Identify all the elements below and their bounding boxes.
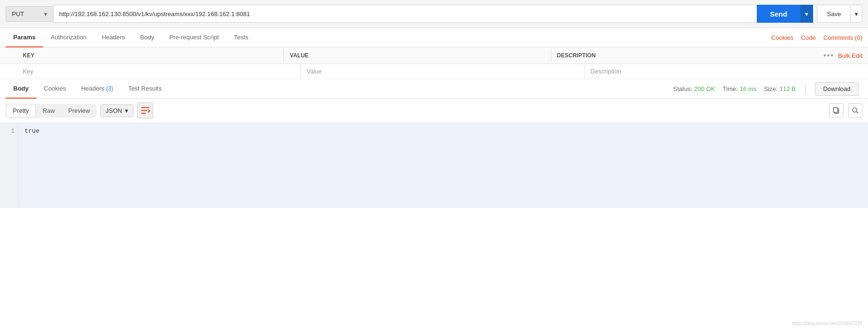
row-key-placeholder[interactable]: Key: [17, 64, 301, 79]
save-dropdown-button[interactable]: ▾: [850, 5, 862, 23]
url-input[interactable]: [53, 5, 757, 23]
row-desc-placeholder[interactable]: Description: [585, 64, 868, 79]
send-dropdown-button[interactable]: ▾: [800, 5, 813, 23]
row-checkbox: [0, 68, 17, 75]
value-col-header: VALUE: [284, 48, 551, 63]
method-chevron-icon: ▾: [44, 10, 47, 18]
time-value: 16 ms: [740, 85, 756, 92]
response-status-area: Status: 200 OK Time: 16 ms Size: 112 B D…: [673, 82, 862, 96]
tab-prerequest[interactable]: Pre-request Script: [162, 28, 227, 47]
size-label: Size:: [764, 85, 778, 92]
status-value: 200 OK: [694, 85, 715, 92]
svg-rect-4: [833, 108, 838, 112]
svg-rect-2: [141, 113, 146, 114]
code-link[interactable]: Code: [801, 34, 816, 41]
save-button[interactable]: Save: [817, 5, 850, 23]
params-empty-row: Key Value Description: [0, 64, 868, 79]
language-chevron-icon: ▾: [125, 107, 128, 114]
language-label: JSON: [106, 107, 122, 114]
tab-response-headers[interactable]: Headers (3): [73, 79, 120, 99]
tab-response-body[interactable]: Body: [6, 79, 36, 99]
language-dropdown[interactable]: JSON ▾: [100, 104, 133, 117]
size-value: 112 B: [779, 85, 796, 92]
save-btn-group: Save ▾: [817, 5, 862, 23]
key-col-header: KEY: [17, 48, 284, 63]
tab-params[interactable]: Params: [6, 28, 43, 47]
tab-authorization[interactable]: Authorization: [43, 28, 94, 47]
cookies-link[interactable]: Cookies: [771, 34, 794, 41]
body-icons-right: [829, 103, 862, 118]
body-format-bar: Pretty Raw Preview JSON ▾: [0, 99, 868, 123]
tab-response-cookies[interactable]: Cookies: [36, 79, 74, 99]
send-button[interactable]: Send: [757, 5, 801, 23]
save-arrow-icon: ▾: [855, 10, 858, 18]
line-number-1: 1: [4, 128, 15, 135]
tab-response-testresults[interactable]: Test Results: [121, 79, 169, 99]
send-arrow-icon: ▾: [805, 10, 808, 18]
response-tabs: Body Cookies Headers (3) Test Results St…: [0, 79, 868, 99]
wrap-icon: [141, 106, 150, 115]
svg-rect-1: [141, 110, 147, 111]
check-col-header: [0, 52, 17, 59]
time-label: Time:: [723, 85, 738, 92]
code-content[interactable]: true: [19, 123, 868, 208]
line-numbers: 1: [0, 123, 19, 208]
row-value-placeholder[interactable]: Value: [301, 64, 585, 79]
comments-link[interactable]: Comments (0): [824, 34, 862, 41]
format-group: Pretty Raw Preview: [6, 104, 97, 118]
url-bar: PUT ▾ Send ▾ Save ▾: [0, 0, 868, 28]
status-label: Status:: [673, 85, 692, 92]
preview-button[interactable]: Preview: [62, 104, 97, 117]
desc-col-header: DESCRIPTION: [551, 48, 818, 63]
table-actions: ••• Bulk Edit: [818, 47, 868, 64]
search-button[interactable]: [848, 103, 862, 118]
copy-icon: [833, 107, 840, 114]
status-item: Status: 200 OK: [673, 85, 715, 92]
tab-headers[interactable]: Headers: [94, 28, 133, 47]
size-item: Size: 112 B: [764, 85, 796, 92]
svg-line-6: [857, 112, 859, 114]
svg-point-5: [853, 108, 857, 112]
pretty-button[interactable]: Pretty: [6, 104, 36, 118]
code-line-1: true: [25, 128, 39, 135]
download-button[interactable]: Download: [815, 82, 859, 96]
method-dropdown[interactable]: PUT ▾: [6, 6, 53, 22]
send-btn-group: Send ▾: [757, 5, 814, 23]
tab-body[interactable]: Body: [133, 28, 162, 47]
divider: [805, 84, 806, 93]
tab-tests[interactable]: Tests: [226, 28, 256, 47]
time-item: Time: 16 ms: [723, 85, 756, 92]
request-tabs-right: Cookies Code Comments (0): [771, 34, 862, 41]
request-tabs: Params Authorization Headers Body Pre-re…: [0, 28, 868, 47]
raw-button[interactable]: Raw: [36, 104, 62, 117]
params-table-header: KEY VALUE DESCRIPTION ••• Bulk Edit: [0, 47, 868, 64]
bulk-edit-link[interactable]: Bulk Edit: [838, 52, 862, 59]
headers-badge: (3): [106, 85, 113, 92]
svg-rect-0: [141, 107, 150, 108]
code-editor: 1 true: [0, 123, 868, 208]
copy-button[interactable]: [829, 103, 843, 118]
wrap-button[interactable]: [137, 102, 153, 118]
more-options-icon[interactable]: •••: [824, 51, 834, 60]
search-icon: [851, 107, 859, 114]
method-label: PUT: [12, 10, 24, 18]
